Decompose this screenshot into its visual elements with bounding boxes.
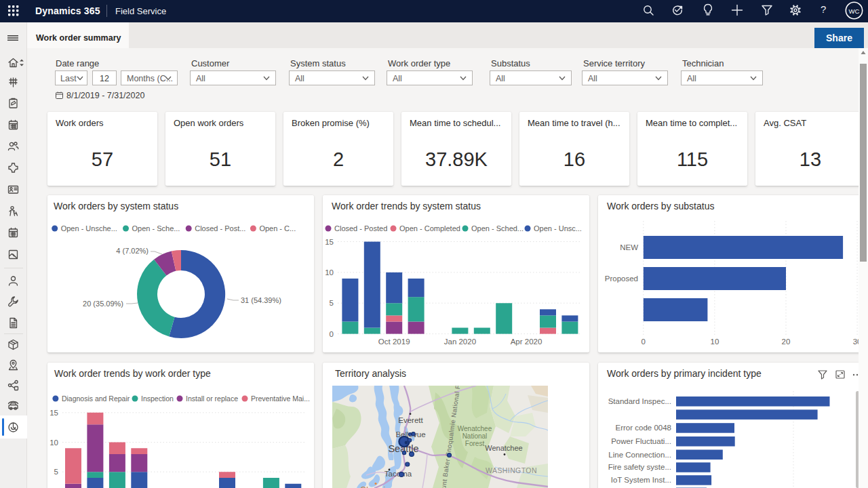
svg-text:20: 20 [782,338,791,346]
svg-text:WC: WC [849,7,860,15]
svg-text:Closed - Posted: Closed - Posted [334,224,387,232]
svg-text:Open - Completed: Open - Completed [399,224,460,232]
svg-text:Power Fluctuati...: Power Fluctuati... [611,437,671,445]
svg-text:10: 10 [711,338,719,346]
svg-text:15: 15 [325,238,334,246]
svg-text:Wenatchee: Wenatchee [485,444,522,452]
svg-text:Open - Unsc...: Open - Unsc... [534,224,582,232]
svg-text:Preventative Mai...: Preventative Mai... [251,394,310,403]
svg-text:NEW: NEW [620,243,638,251]
svg-text:Oct 2019: Oct 2019 [378,338,410,346]
svg-text:Forest: Forest [465,440,485,447]
svg-text:Diagnosis and Repair: Diagnosis and Repair [62,394,130,403]
svg-text:Wenatchee: Wenatchee [458,425,492,432]
svg-text:Standard Inspec...: Standard Inspec... [608,397,671,405]
svg-text:5: 5 [54,468,58,476]
svg-text:Everett: Everett [398,416,423,424]
svg-text:10: 10 [325,268,334,277]
svg-text:Olympia: Olympia [360,485,390,488]
svg-text:Error code 0048: Error code 0048 [616,424,671,432]
svg-text:National: National [462,432,488,440]
svg-text:Open - Unsche...: Open - Unsche... [61,224,117,232]
svg-text:Open - C...: Open - C... [259,224,296,232]
svg-text:31 (54.39%): 31 (54.39%) [241,296,281,304]
svg-text:20 (35.09%): 20 (35.09%) [83,300,123,308]
svg-text:4 (7.02%): 4 (7.02%) [116,247,149,255]
svg-text:Inspection: Inspection [141,394,174,403]
svg-text:Jan 2020: Jan 2020 [444,338,476,346]
svg-text:Open - Sched...: Open - Sched... [471,224,524,232]
svg-text:Line Connection...: Line Connection... [608,451,671,459]
svg-text:WASHINGTON: WASHINGTON [486,466,537,474]
svg-text:0: 0 [642,338,646,346]
svg-text:Closed - Post...: Closed - Post... [195,224,245,232]
svg-text:10: 10 [50,439,58,447]
svg-text:Apr 2020: Apr 2020 [511,338,542,346]
svg-text:Open - Sche...: Open - Sche... [132,224,180,232]
svg-text:5: 5 [330,299,334,307]
svg-text:Tacoma: Tacoma [384,470,412,478]
svg-text:Install or replace: Install or replace [186,394,238,403]
svg-text:Proposed: Proposed [605,274,638,283]
svg-text:0: 0 [330,330,334,338]
svg-text:IoT System Inst...: IoT System Inst... [611,476,671,484]
svg-text:15: 15 [50,409,58,417]
svg-text:Fire safety syste...: Fire safety syste... [608,463,671,471]
